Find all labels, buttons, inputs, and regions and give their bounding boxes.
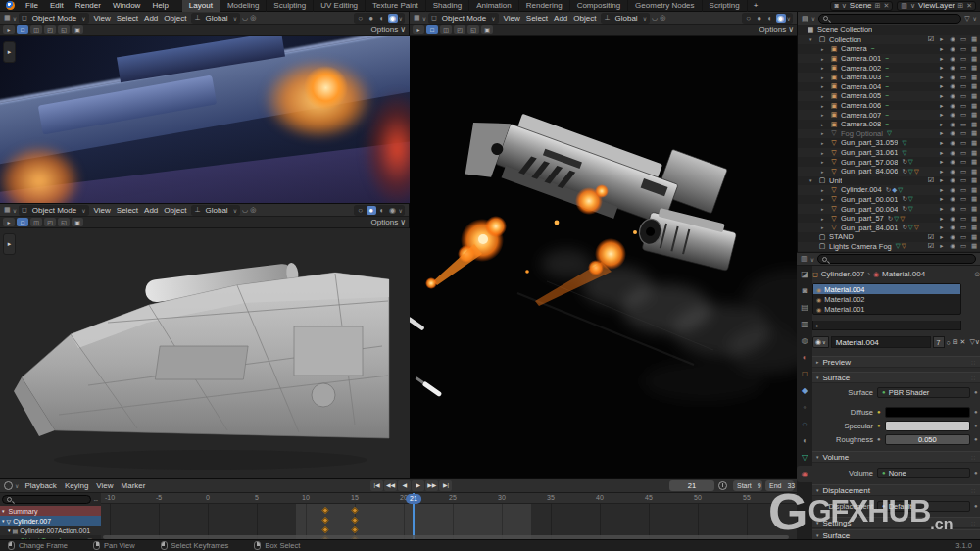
timeline-keyframe-area[interactable]: -10-50510152025303540455055 21 [101, 493, 797, 540]
animate-dot-icon[interactable]: ● [974, 423, 980, 428]
selectable-toggle-icon[interactable]: ▸ [937, 168, 947, 175]
shading-solid-icon[interactable]: ● [755, 14, 764, 23]
disclosure-triangle-icon[interactable]: ▸ [821, 216, 829, 222]
outliner-row[interactable]: ▸ Gun_part_00.001 ↻▽ ▸ ◉ ▭ ▦ [798, 195, 980, 205]
panel-grip-icon[interactable]: ∷ [971, 375, 976, 381]
properties-tab[interactable] [797, 349, 812, 366]
selectable-toggle-icon[interactable]: ▸ [937, 195, 947, 203]
browse-material-button[interactable]: ◉∨ [812, 336, 829, 348]
hide-eye-toggle-icon[interactable]: ◉ [948, 92, 957, 100]
outliner-row[interactable]: ▸ Camera.006 ~ ▸ ◉ ▭ ▦ [798, 101, 980, 111]
frame-start-field[interactable]: Start 9 [733, 480, 762, 491]
viewport-disable-toggle-icon[interactable]: ▭ [958, 224, 968, 231]
viewport-menu-item[interactable]: Add [141, 206, 161, 215]
new-viewlayer-button[interactable]: ⊞ [957, 2, 963, 10]
selectable-toggle-icon[interactable]: ▸ [937, 176, 947, 184]
properties-tab[interactable] [797, 466, 812, 482]
properties-tab[interactable] [797, 332, 812, 349]
panel-grip-icon[interactable]: ∷ [971, 520, 976, 526]
volume-dropdown[interactable]: ●None [877, 468, 970, 478]
animate-dot-icon[interactable]: ● [974, 409, 980, 415]
selectable-toggle-icon[interactable]: ▸ [937, 82, 947, 90]
shading-wireframe-icon[interactable]: ○ [356, 14, 366, 23]
viewport-menu-item[interactable]: Select [114, 206, 141, 215]
outliner-row[interactable]: ▸ Gun_part_57.008 ↻▽ ▸ ◉ ▭ ▦ [798, 157, 980, 167]
selectable-toggle-icon[interactable]: ▸ [937, 158, 947, 166]
shading-rendered-icon[interactable]: ◉ [388, 14, 398, 23]
proportional-edit-icon[interactable]: ◎ [250, 14, 256, 22]
proportional-edit-icon[interactable]: ◎ [250, 206, 256, 214]
render-disable-toggle-icon[interactable]: ▦ [969, 233, 979, 241]
mode-selector[interactable]: ◻ Object Mode ∨ [19, 13, 89, 24]
select-mode-subtract[interactable]: ◰ [454, 25, 466, 34]
render-disable-toggle-icon[interactable]: ▦ [969, 176, 979, 184]
outliner-row[interactable]: ▸ Camera.005 ~ ▸ ◉ ▭ ▦ [798, 91, 980, 101]
disclosure-triangle-icon[interactable]: ▸ [821, 150, 829, 156]
hide-eye-toggle-icon[interactable]: ◉ [948, 242, 957, 250]
outliner-row[interactable]: ▸ Gun_part_00.004 ↻▽ ▸ ◉ ▭ ▦ [798, 204, 980, 214]
disclosure-triangle-icon[interactable]: ▸ [821, 56, 829, 62]
shading-solid-icon[interactable]: ● [367, 14, 376, 23]
disclosure-triangle-icon[interactable]: ▸ [821, 196, 829, 202]
workspace-tab[interactable]: Animation [469, 0, 519, 12]
selectable-toggle-icon[interactable]: ▸ [937, 224, 947, 231]
outliner-row[interactable]: ▾ Collection ☑ ▸ ◉ ▭ ▦ [798, 35, 980, 45]
select-mode-extend[interactable]: ◫ [440, 25, 452, 34]
viewport-disable-toggle-icon[interactable]: ▭ [958, 158, 968, 166]
viewport-menu-item[interactable]: View [91, 14, 114, 23]
viewport-disable-toggle-icon[interactable]: ▭ [958, 176, 968, 184]
shading-solid-icon[interactable]: ● [367, 206, 376, 215]
outliner-row[interactable]: ▾ Unit ☑ ▸ ◉ ▭ ▦ [798, 176, 980, 186]
viewport-disable-toggle-icon[interactable]: ▭ [958, 35, 968, 43]
active-tool-icon[interactable]: ▸ [413, 25, 424, 34]
timeline-menu-item[interactable]: Marker [118, 481, 150, 490]
outliner-search-input[interactable] [818, 14, 961, 24]
proportional-edit-icon[interactable]: ◎ [660, 14, 665, 22]
render-disable-toggle-icon[interactable]: ▦ [969, 92, 979, 100]
selectable-toggle-icon[interactable]: ▸ [937, 92, 947, 100]
selectable-toggle-icon[interactable]: ▸ [937, 139, 947, 147]
hide-eye-toggle-icon[interactable]: ◉ [948, 139, 957, 147]
hide-eye-toggle-icon[interactable]: ◉ [948, 233, 957, 241]
render-disable-toggle-icon[interactable]: ▦ [969, 149, 979, 157]
viewport-disable-toggle-icon[interactable]: ▭ [958, 111, 968, 119]
viewport-disable-toggle-icon[interactable]: ▭ [958, 92, 968, 100]
selectable-toggle-icon[interactable]: ▸ [937, 121, 947, 128]
hide-eye-toggle-icon[interactable]: ◉ [948, 55, 957, 63]
selectable-toggle-icon[interactable]: ▸ [937, 64, 947, 72]
workspace-tab[interactable]: Compositing [570, 0, 628, 12]
viewport-disable-toggle-icon[interactable]: ▭ [958, 195, 968, 203]
outliner-row[interactable]: ▸ Camera.003 ~ ▸ ◉ ▭ ▦ [798, 73, 980, 82]
clock-icon[interactable] [4, 481, 13, 490]
collection-checkbox[interactable]: ☑ [926, 242, 936, 250]
outliner-row[interactable]: STAND ☑ ▸ ◉ ▭ ▦ [798, 232, 980, 242]
breadcrumb-material[interactable]: Material.004 [882, 270, 925, 278]
transport-button[interactable]: ▶▶ [425, 480, 438, 491]
filter-toggle-icon[interactable]: ⇔ [93, 497, 99, 503]
properties-tab[interactable] [797, 449, 812, 466]
active-tool-icon[interactable]: ▸ [3, 25, 15, 34]
select-mode-intersect[interactable]: ▣ [72, 218, 83, 226]
panel-grip-icon[interactable]: ∷ [971, 487, 976, 494]
outliner-row[interactable]: ▸ Gun_part_31.061 ▽ ▸ ◉ ▭ ▦ [798, 148, 980, 158]
mode-selector[interactable]: ◻ Object Mode ∨ [19, 205, 89, 216]
menu-item[interactable]: Edit [44, 0, 70, 12]
select-mode-invert[interactable]: ◱ [58, 25, 70, 34]
selectable-toggle-icon[interactable]: ▸ [937, 129, 947, 137]
properties-tab[interactable] [797, 266, 812, 282]
viewlayer-selector[interactable]: ▥ ∨ ViewLayer ⊞ ✕ [897, 1, 976, 11]
active-tool-icon[interactable]: ▸ [3, 218, 15, 226]
outliner-row[interactable]: ▸ Fog Optional ▽ ▸ ◉ ▭ ▦ [798, 129, 980, 139]
disclosure-triangle-icon[interactable]: ▸ [821, 187, 829, 193]
workspace-tab[interactable]: Geometry Nodes [628, 0, 702, 12]
toolbar-select-tool[interactable]: ▸ [3, 41, 16, 63]
displacement-panel-header[interactable]: ▾ Displacement ∷ [812, 484, 980, 496]
viewport-disable-toggle-icon[interactable]: ▭ [958, 168, 968, 175]
viewport-solid-model[interactable] [0, 228, 410, 479]
timeline-channel-row[interactable]: ▾ Summary [0, 506, 101, 516]
disclosure-triangle-icon[interactable]: ▾ [809, 36, 817, 42]
selectable-toggle-icon[interactable]: ▸ [937, 242, 947, 250]
hide-eye-toggle-icon[interactable]: ◉ [948, 215, 957, 223]
render-disable-toggle-icon[interactable]: ▦ [969, 139, 979, 147]
unlink-button[interactable]: ✕ [960, 338, 966, 346]
